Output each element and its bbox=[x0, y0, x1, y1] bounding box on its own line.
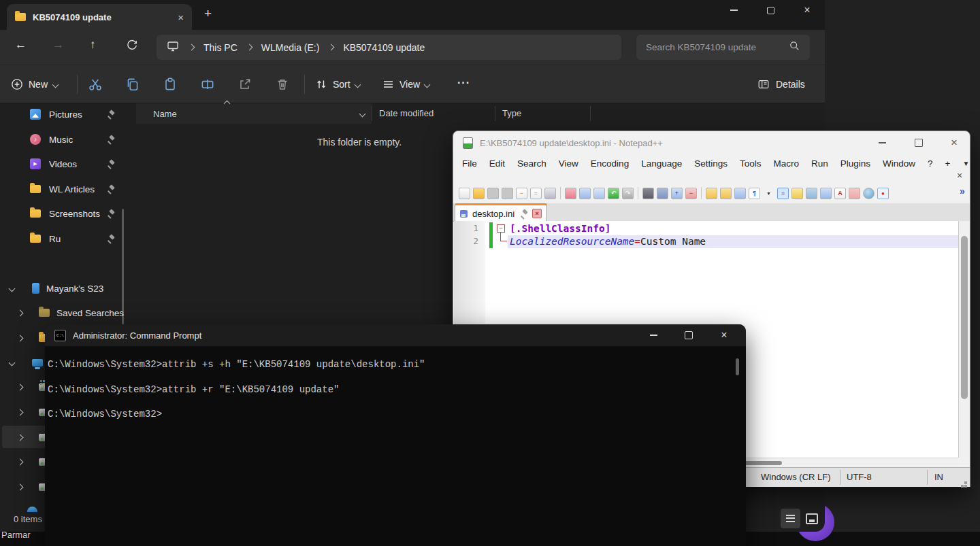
preview-icon[interactable] bbox=[863, 188, 875, 199]
open-icon[interactable] bbox=[473, 188, 485, 199]
menu-help[interactable]: ? bbox=[921, 158, 939, 169]
word-wrap-icon[interactable] bbox=[734, 188, 746, 199]
search-box[interactable]: Search KB5074109 update bbox=[636, 35, 810, 60]
npp-maximize-button[interactable] bbox=[905, 133, 932, 153]
column-header-name[interactable]: Name bbox=[136, 103, 372, 124]
menu-window[interactable]: Window bbox=[877, 158, 921, 169]
chevron-down-icon[interactable] bbox=[9, 285, 16, 292]
chevron-right-icon[interactable] bbox=[17, 335, 24, 341]
column-header-type[interactable]: Type bbox=[502, 108, 521, 118]
menu-plus[interactable]: + bbox=[939, 158, 957, 169]
sidebar-item-screenshots[interactable]: Screenshots bbox=[30, 202, 125, 225]
chevron-down-icon[interactable] bbox=[359, 110, 366, 117]
breadcrumb-drive[interactable]: WLMedia (E:) bbox=[261, 42, 320, 53]
delete-button[interactable] bbox=[274, 76, 291, 95]
sidebar-item-ru[interactable]: Ru bbox=[30, 227, 125, 250]
chevron-right-icon[interactable] bbox=[17, 434, 24, 441]
menu-encoding[interactable]: Encoding bbox=[585, 158, 635, 169]
chevron-right-icon[interactable] bbox=[17, 483, 24, 490]
details-view-button[interactable] bbox=[781, 509, 800, 528]
paste-icon[interactable] bbox=[593, 188, 605, 199]
refresh-button[interactable] bbox=[126, 39, 138, 54]
close-all-icon[interactable]: = bbox=[530, 188, 542, 199]
sidebar-item-pictures[interactable]: Pictures bbox=[30, 103, 125, 126]
cut-button[interactable] bbox=[87, 76, 103, 95]
folder-as-workspace-icon[interactable] bbox=[849, 188, 860, 199]
save-all-icon[interactable] bbox=[502, 188, 513, 199]
new-tab-button[interactable]: + bbox=[204, 6, 212, 21]
show-all-characters-icon[interactable]: ¶ bbox=[749, 188, 760, 199]
thumbnail-view-button[interactable] bbox=[802, 509, 821, 528]
zoom-in-icon[interactable]: + bbox=[671, 188, 683, 199]
npp-active-tab[interactable]: desktop.ini × bbox=[455, 203, 547, 222]
menu-settings[interactable]: Settings bbox=[688, 158, 734, 169]
close-icon[interactable]: − bbox=[516, 188, 527, 199]
window-maximize-button[interactable] bbox=[755, 0, 785, 20]
indent-guide-icon[interactable]: ≡ bbox=[777, 188, 789, 199]
menu-edit[interactable]: Edit bbox=[483, 158, 511, 169]
chevron-right-icon[interactable] bbox=[17, 383, 24, 390]
sidebar-item-wl-articles[interactable]: WL Articles bbox=[30, 177, 125, 201]
search-icon[interactable] bbox=[789, 40, 800, 54]
save-icon[interactable] bbox=[487, 188, 499, 199]
pdf-export-icon[interactable]: A bbox=[834, 188, 846, 199]
tab-close-icon[interactable]: × bbox=[178, 12, 184, 23]
redo-icon[interactable]: ↷ bbox=[622, 188, 634, 199]
breadcrumb[interactable]: This PC WLMedia (E:) KB5074109 update bbox=[157, 35, 621, 60]
print-icon[interactable] bbox=[544, 188, 556, 199]
column-header-date-modified[interactable]: Date modified bbox=[379, 108, 434, 118]
breadcrumb-this-pc[interactable]: This PC bbox=[203, 42, 238, 53]
paste-button[interactable] bbox=[162, 76, 178, 95]
npp-minimize-button[interactable] bbox=[868, 133, 896, 153]
chevron-down-icon[interactable] bbox=[9, 359, 16, 366]
npp-vscrollbar[interactable] bbox=[958, 221, 970, 458]
resize-grip-icon[interactable] bbox=[964, 481, 967, 484]
sidebar-item-saved-searches[interactable]: Saved Searches bbox=[18, 301, 128, 324]
sidebar-item-videos[interactable]: ▶ Videos bbox=[30, 152, 125, 175]
menu-plugins[interactable]: Plugins bbox=[834, 158, 877, 169]
document-map-icon[interactable] bbox=[806, 188, 817, 199]
macro-record-icon[interactable]: ● bbox=[877, 188, 889, 199]
sort-button[interactable]: Sort bbox=[314, 74, 360, 95]
tab-close-icon[interactable]: × bbox=[532, 209, 542, 218]
cmd-close-button[interactable]: × bbox=[710, 325, 738, 345]
menu-file[interactable]: File bbox=[456, 158, 483, 169]
cmd-scrollbar-thumb[interactable] bbox=[736, 358, 739, 375]
more-options-button[interactable]: ··· bbox=[457, 77, 470, 89]
menu-run[interactable]: Run bbox=[805, 158, 834, 169]
menu-macro[interactable]: Macro bbox=[768, 158, 806, 169]
sync-vertical-icon[interactable] bbox=[706, 188, 717, 199]
function-list-icon[interactable] bbox=[791, 188, 803, 199]
new-button[interactable]: New bbox=[11, 74, 58, 95]
cmd-minimize-button[interactable] bbox=[640, 325, 667, 345]
menu-overflow-icon[interactable]: ▼ bbox=[957, 160, 976, 167]
menu-search[interactable]: Search bbox=[511, 158, 553, 169]
breadcrumb-current-folder[interactable]: KB5074109 update bbox=[343, 42, 425, 53]
npp-close-button[interactable]: × bbox=[941, 133, 968, 153]
chevron-right-icon[interactable] bbox=[17, 458, 24, 465]
explorer-tab[interactable]: KB5074109 update × bbox=[7, 4, 192, 30]
share-button[interactable] bbox=[237, 76, 253, 95]
npp-hscrollbar-thumb[interactable] bbox=[743, 461, 782, 465]
chevron-right-icon[interactable] bbox=[17, 409, 24, 415]
document-switcher-icon[interactable] bbox=[820, 188, 832, 199]
undo-icon[interactable]: ↶ bbox=[608, 188, 619, 199]
column-divider[interactable] bbox=[590, 106, 591, 121]
rename-button[interactable] bbox=[199, 76, 216, 95]
cmd-maximize-button[interactable] bbox=[675, 325, 702, 345]
tab-pin-icon[interactable] bbox=[519, 209, 527, 218]
copy-button[interactable] bbox=[125, 76, 141, 95]
chevron-right-icon[interactable] bbox=[17, 309, 24, 316]
window-close-button[interactable]: × bbox=[792, 0, 822, 20]
sidebar-item-phone[interactable]: Mayank's S23 bbox=[10, 277, 128, 300]
window-minimize-button[interactable] bbox=[719, 0, 749, 20]
new-file-icon[interactable] bbox=[459, 188, 470, 199]
details-pane-button[interactable]: Details bbox=[757, 74, 805, 95]
menu-view[interactable]: View bbox=[553, 158, 585, 169]
view-button[interactable]: View bbox=[381, 74, 429, 95]
dropdown-icon[interactable]: ▼ bbox=[763, 188, 774, 199]
copy-icon[interactable] bbox=[579, 188, 591, 199]
menu-tools[interactable]: Tools bbox=[734, 158, 768, 169]
replace-icon[interactable] bbox=[657, 188, 668, 199]
toolbar-more-icon[interactable]: » bbox=[960, 186, 965, 197]
